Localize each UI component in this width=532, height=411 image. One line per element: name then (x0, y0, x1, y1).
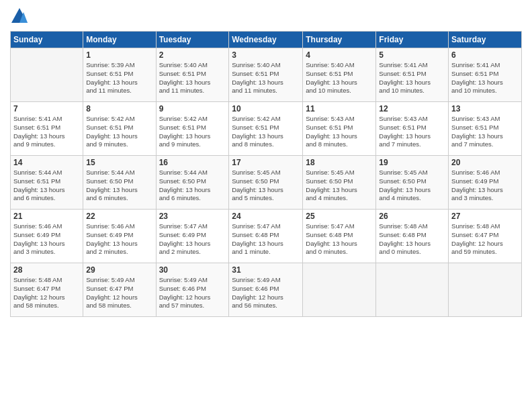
day-info: Sunrise: 5:48 AM Sunset: 6:47 PM Dayligh… (13, 276, 80, 310)
calendar-cell: 7Sunrise: 5:41 AM Sunset: 6:51 PM Daylig… (11, 102, 83, 156)
day-number: 4 (306, 50, 373, 60)
day-info: Sunrise: 5:42 AM Sunset: 6:51 PM Dayligh… (86, 115, 152, 149)
calendar-week-row: 7Sunrise: 5:41 AM Sunset: 6:51 PM Daylig… (11, 102, 522, 156)
header-day: Wednesday (229, 32, 303, 48)
day-info: Sunrise: 5:40 AM Sunset: 6:51 PM Dayligh… (159, 61, 226, 95)
day-info: Sunrise: 5:43 AM Sunset: 6:51 PM Dayligh… (379, 115, 445, 149)
calendar-header: SundayMondayTuesdayWednesdayThursdayFrid… (11, 32, 522, 48)
logo (10, 7, 31, 26)
calendar-cell: 10Sunrise: 5:42 AM Sunset: 6:51 PM Dayli… (229, 102, 303, 156)
header-day: Friday (376, 32, 449, 48)
header-day: Sunday (11, 32, 83, 48)
calendar-cell: 20Sunrise: 5:46 AM Sunset: 6:49 PM Dayli… (449, 156, 522, 210)
day-number: 2 (159, 50, 226, 60)
day-info: Sunrise: 5:49 AM Sunset: 6:46 PM Dayligh… (159, 276, 226, 310)
day-number: 8 (86, 104, 152, 113)
header-day: Saturday (449, 32, 522, 48)
calendar-cell: 30Sunrise: 5:49 AM Sunset: 6:46 PM Dayli… (156, 263, 229, 317)
day-info: Sunrise: 5:44 AM Sunset: 6:50 PM Dayligh… (86, 169, 152, 203)
calendar-week-row: 28Sunrise: 5:48 AM Sunset: 6:47 PM Dayli… (11, 263, 522, 317)
calendar-cell: 28Sunrise: 5:48 AM Sunset: 6:47 PM Dayli… (11, 263, 83, 317)
day-number: 25 (306, 212, 373, 221)
day-number: 27 (451, 212, 519, 221)
day-number: 28 (13, 265, 80, 275)
calendar-cell: 14Sunrise: 5:44 AM Sunset: 6:51 PM Dayli… (11, 156, 83, 210)
day-info: Sunrise: 5:45 AM Sunset: 6:50 PM Dayligh… (379, 169, 445, 203)
calendar-cell: 4Sunrise: 5:40 AM Sunset: 6:51 PM Daylig… (303, 48, 376, 102)
day-number: 22 (86, 212, 152, 221)
calendar-cell: 31Sunrise: 5:49 AM Sunset: 6:46 PM Dayli… (229, 263, 303, 317)
day-info: Sunrise: 5:49 AM Sunset: 6:46 PM Dayligh… (232, 276, 300, 310)
day-number: 9 (159, 104, 226, 113)
day-info: Sunrise: 5:47 AM Sunset: 6:48 PM Dayligh… (306, 222, 373, 257)
day-number: 23 (159, 212, 226, 221)
day-number: 7 (13, 104, 80, 113)
calendar-cell: 26Sunrise: 5:48 AM Sunset: 6:48 PM Dayli… (376, 210, 449, 263)
calendar-cell: 18Sunrise: 5:45 AM Sunset: 6:50 PM Dayli… (303, 156, 376, 210)
day-number: 3 (232, 50, 300, 60)
header-row: SundayMondayTuesdayWednesdayThursdayFrid… (11, 32, 522, 48)
calendar-cell: 9Sunrise: 5:42 AM Sunset: 6:51 PM Daylig… (156, 102, 229, 156)
calendar-week-row: 1Sunrise: 5:39 AM Sunset: 6:51 PM Daylig… (11, 48, 522, 102)
day-number: 13 (451, 104, 519, 113)
day-info: Sunrise: 5:41 AM Sunset: 6:51 PM Dayligh… (451, 61, 519, 95)
day-number: 16 (159, 158, 226, 167)
day-number: 1 (86, 50, 152, 60)
day-info: Sunrise: 5:47 AM Sunset: 6:48 PM Dayligh… (232, 222, 300, 257)
day-number: 6 (451, 50, 519, 60)
calendar-cell: 22Sunrise: 5:46 AM Sunset: 6:49 PM Dayli… (83, 210, 156, 263)
day-number: 14 (13, 158, 80, 167)
calendar-cell: 1Sunrise: 5:39 AM Sunset: 6:51 PM Daylig… (83, 48, 156, 102)
day-number: 17 (232, 158, 300, 167)
calendar-cell: 5Sunrise: 5:41 AM Sunset: 6:51 PM Daylig… (376, 48, 449, 102)
calendar-cell: 23Sunrise: 5:47 AM Sunset: 6:49 PM Dayli… (156, 210, 229, 263)
day-number: 31 (232, 265, 300, 275)
calendar-cell: 17Sunrise: 5:45 AM Sunset: 6:50 PM Dayli… (229, 156, 303, 210)
day-number: 12 (379, 104, 445, 113)
calendar-cell: 8Sunrise: 5:42 AM Sunset: 6:51 PM Daylig… (83, 102, 156, 156)
calendar-cell: 29Sunrise: 5:49 AM Sunset: 6:47 PM Dayli… (83, 263, 156, 317)
day-info: Sunrise: 5:46 AM Sunset: 6:49 PM Dayligh… (86, 222, 152, 257)
calendar-cell: 3Sunrise: 5:40 AM Sunset: 6:51 PM Daylig… (229, 48, 303, 102)
day-info: Sunrise: 5:48 AM Sunset: 6:47 PM Dayligh… (451, 222, 519, 257)
day-number: 24 (232, 212, 300, 221)
calendar-cell: 12Sunrise: 5:43 AM Sunset: 6:51 PM Dayli… (376, 102, 449, 156)
header-day: Monday (83, 32, 156, 48)
calendar-cell (376, 263, 449, 317)
calendar-body: 1Sunrise: 5:39 AM Sunset: 6:51 PM Daylig… (11, 48, 522, 317)
calendar-cell: 13Sunrise: 5:43 AM Sunset: 6:51 PM Dayli… (449, 102, 522, 156)
day-info: Sunrise: 5:49 AM Sunset: 6:47 PM Dayligh… (86, 276, 152, 310)
day-info: Sunrise: 5:40 AM Sunset: 6:51 PM Dayligh… (232, 61, 300, 95)
day-number: 15 (86, 158, 152, 167)
day-info: Sunrise: 5:43 AM Sunset: 6:51 PM Dayligh… (451, 115, 519, 149)
day-info: Sunrise: 5:41 AM Sunset: 6:51 PM Dayligh… (13, 115, 80, 149)
calendar-cell: 2Sunrise: 5:40 AM Sunset: 6:51 PM Daylig… (156, 48, 229, 102)
calendar-table: SundayMondayTuesdayWednesdayThursdayFrid… (10, 31, 522, 317)
logo-icon (10, 7, 29, 26)
day-info: Sunrise: 5:48 AM Sunset: 6:48 PM Dayligh… (379, 222, 445, 257)
day-number: 29 (86, 265, 152, 275)
calendar-week-row: 14Sunrise: 5:44 AM Sunset: 6:51 PM Dayli… (11, 156, 522, 210)
calendar-cell: 25Sunrise: 5:47 AM Sunset: 6:48 PM Dayli… (303, 210, 376, 263)
day-number: 11 (306, 104, 373, 113)
day-info: Sunrise: 5:40 AM Sunset: 6:51 PM Dayligh… (306, 61, 373, 95)
calendar-cell (303, 263, 376, 317)
header-day: Tuesday (156, 32, 229, 48)
day-number: 5 (379, 50, 445, 60)
day-info: Sunrise: 5:42 AM Sunset: 6:51 PM Dayligh… (159, 115, 226, 149)
day-info: Sunrise: 5:44 AM Sunset: 6:51 PM Dayligh… (13, 169, 80, 203)
calendar-cell (11, 48, 83, 102)
day-info: Sunrise: 5:41 AM Sunset: 6:51 PM Dayligh… (379, 61, 445, 95)
header (10, 7, 522, 26)
calendar-cell: 6Sunrise: 5:41 AM Sunset: 6:51 PM Daylig… (449, 48, 522, 102)
day-number: 18 (306, 158, 373, 167)
day-number: 30 (159, 265, 226, 275)
calendar-week-row: 21Sunrise: 5:46 AM Sunset: 6:49 PM Dayli… (11, 210, 522, 263)
header-day: Thursday (303, 32, 376, 48)
day-info: Sunrise: 5:44 AM Sunset: 6:50 PM Dayligh… (159, 169, 226, 203)
calendar-cell (449, 263, 522, 317)
day-info: Sunrise: 5:43 AM Sunset: 6:51 PM Dayligh… (306, 115, 373, 149)
day-number: 21 (13, 212, 80, 221)
page-container: SundayMondayTuesdayWednesdayThursdayFrid… (0, 0, 532, 324)
day-info: Sunrise: 5:47 AM Sunset: 6:49 PM Dayligh… (159, 222, 226, 257)
